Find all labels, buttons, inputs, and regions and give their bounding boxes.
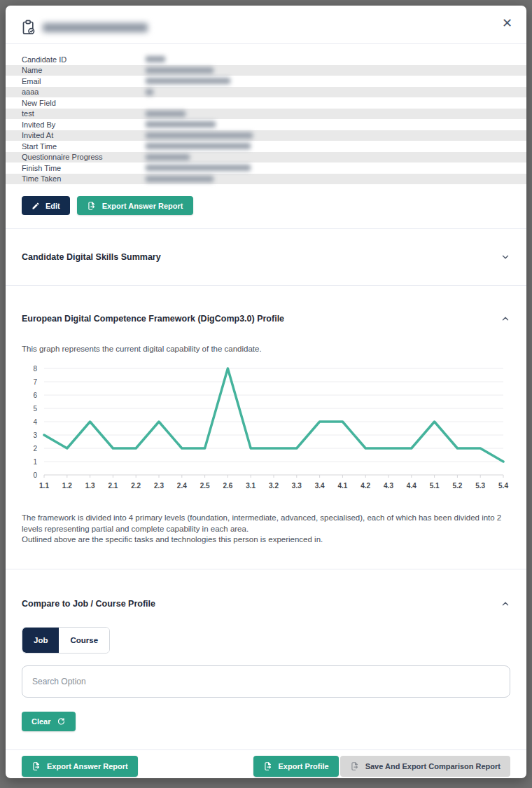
redacted-value bbox=[146, 176, 214, 182]
svg-text:4: 4 bbox=[33, 418, 37, 426]
clear-button-label: Clear bbox=[31, 717, 51, 726]
reset-icon bbox=[57, 717, 66, 726]
export-answer-report-button[interactable]: Export Answer Report bbox=[77, 196, 193, 215]
digcomp-chart-svg: 0123456781.11.21.32.12.22.32.42.52.63.13… bbox=[22, 361, 512, 495]
svg-text:4.2: 4.2 bbox=[360, 482, 370, 490]
modal-footer: Export Answer Report Export Profile Save… bbox=[6, 749, 526, 778]
save-and-export-comparison-label: Save And Export Comparison Report bbox=[365, 762, 500, 770]
svg-text:3.3: 3.3 bbox=[292, 482, 302, 490]
field-label: Email bbox=[22, 77, 146, 85]
search-option-input[interactable] bbox=[22, 665, 510, 698]
field-value bbox=[146, 89, 510, 95]
digcomp-title: European Digital Competence Framework (D… bbox=[22, 314, 284, 324]
digcomp-header[interactable]: European Digital Competence Framework (D… bbox=[22, 286, 510, 324]
tab-course[interactable]: Course bbox=[59, 628, 109, 653]
edit-button-label: Edit bbox=[46, 202, 60, 210]
section-digcomp-profile: European Digital Competence Framework (D… bbox=[6, 286, 526, 569]
field-label: Questionnaire Progress bbox=[22, 153, 146, 161]
table-row: Candidate ID bbox=[6, 54, 526, 65]
field-label: aaaa bbox=[22, 88, 146, 96]
field-value bbox=[146, 154, 510, 160]
redacted-value bbox=[146, 89, 153, 95]
digcomp-chart: 0123456781.11.21.32.12.22.32.42.52.63.13… bbox=[22, 361, 510, 497]
table-row: Invited At bbox=[6, 130, 526, 141]
table-row: Finish Time bbox=[6, 163, 526, 174]
tab-job[interactable]: Job bbox=[22, 628, 59, 653]
field-value bbox=[146, 121, 510, 127]
redacted-value bbox=[146, 111, 186, 117]
svg-text:4.3: 4.3 bbox=[384, 482, 393, 490]
detail-actions: Edit Export Answer Report bbox=[6, 184, 526, 215]
clipboard-icon bbox=[22, 20, 36, 35]
export-document-icon bbox=[87, 201, 97, 211]
section-skills-summary: Candidate Digital Skills Summary bbox=[6, 229, 526, 285]
footer-export-answer-report-button[interactable]: Export Answer Report bbox=[22, 756, 138, 777]
field-value bbox=[146, 132, 510, 139]
clear-button[interactable]: Clear bbox=[22, 712, 76, 731]
table-row: Time Taken bbox=[6, 174, 526, 185]
redacted-value bbox=[146, 154, 190, 160]
export-document-icon bbox=[350, 761, 360, 771]
close-icon[interactable]: ✕ bbox=[502, 17, 512, 29]
redacted-value bbox=[146, 143, 251, 149]
field-label: Candidate ID bbox=[22, 55, 146, 64]
svg-text:2: 2 bbox=[33, 445, 37, 452]
skills-summary-header[interactable]: Candidate Digital Skills Summary bbox=[22, 229, 510, 262]
svg-text:1.2: 1.2 bbox=[62, 482, 72, 490]
svg-text:7: 7 bbox=[33, 378, 37, 386]
field-label: Start Time bbox=[22, 142, 146, 151]
compare-title: Compare to Job / Course Profile bbox=[22, 599, 155, 609]
svg-text:5.1: 5.1 bbox=[430, 482, 440, 490]
save-and-export-comparison-button[interactable]: Save And Export Comparison Report bbox=[340, 756, 510, 777]
candidate-profile-modal: ✕ Candidate IDNameEmailaaaaNew Fieldtest… bbox=[6, 6, 526, 778]
field-label: Invited At bbox=[22, 131, 146, 139]
footer-export-answer-report-label: Export Answer Report bbox=[47, 762, 128, 770]
svg-text:2.5: 2.5 bbox=[200, 482, 210, 490]
compare-header[interactable]: Compare to Job / Course Profile bbox=[22, 569, 510, 609]
field-value bbox=[146, 176, 510, 182]
chevron-down-icon[interactable] bbox=[500, 252, 510, 262]
skills-summary-title: Candidate Digital Skills Summary bbox=[22, 252, 161, 262]
svg-text:4.1: 4.1 bbox=[337, 482, 347, 490]
redacted-value bbox=[146, 56, 165, 62]
export-document-icon bbox=[31, 761, 41, 771]
svg-text:5: 5 bbox=[33, 405, 37, 413]
edit-button[interactable]: Edit bbox=[22, 196, 70, 215]
svg-text:8: 8 bbox=[33, 365, 37, 373]
section-compare: Compare to Job / Course Profile Job Cour… bbox=[6, 569, 526, 749]
digcomp-description: This graph represents the current digita… bbox=[22, 345, 510, 353]
svg-text:5.4: 5.4 bbox=[498, 482, 508, 490]
table-row: Start Time bbox=[6, 141, 526, 152]
redacted-value bbox=[146, 78, 230, 84]
footnote-line-1: The framework is divided into 4 primary … bbox=[22, 513, 510, 534]
svg-text:3.2: 3.2 bbox=[269, 482, 279, 490]
export-profile-label: Export Profile bbox=[279, 762, 329, 770]
field-value bbox=[146, 56, 510, 62]
svg-text:2.6: 2.6 bbox=[223, 482, 232, 490]
svg-text:5.2: 5.2 bbox=[452, 482, 462, 490]
table-row: Name bbox=[6, 65, 526, 76]
export-answer-report-label: Export Answer Report bbox=[102, 202, 183, 210]
table-row: aaaa bbox=[6, 87, 526, 98]
field-value bbox=[146, 67, 510, 74]
svg-text:2.2: 2.2 bbox=[131, 482, 141, 490]
svg-text:1: 1 bbox=[33, 458, 37, 466]
table-row: test bbox=[6, 109, 526, 120]
chevron-up-icon[interactable] bbox=[500, 314, 510, 324]
svg-text:1.1: 1.1 bbox=[39, 482, 49, 490]
modal-header: ✕ bbox=[6, 6, 526, 44]
svg-text:1.3: 1.3 bbox=[85, 482, 95, 490]
table-row: Email bbox=[6, 76, 526, 87]
pencil-icon bbox=[31, 202, 40, 210]
svg-text:3.4: 3.4 bbox=[315, 482, 325, 490]
svg-text:2.4: 2.4 bbox=[177, 482, 187, 490]
job-course-toggle: Job Course bbox=[22, 627, 110, 654]
export-profile-button[interactable]: Export Profile bbox=[253, 756, 339, 777]
table-row: Questionnaire Progress bbox=[6, 152, 526, 163]
candidate-name-redacted bbox=[43, 23, 148, 32]
field-value bbox=[146, 143, 510, 149]
svg-text:2.1: 2.1 bbox=[108, 482, 118, 490]
field-label: Finish Time bbox=[22, 164, 146, 172]
chevron-up-icon[interactable] bbox=[500, 599, 510, 609]
redacted-value bbox=[146, 67, 214, 74]
